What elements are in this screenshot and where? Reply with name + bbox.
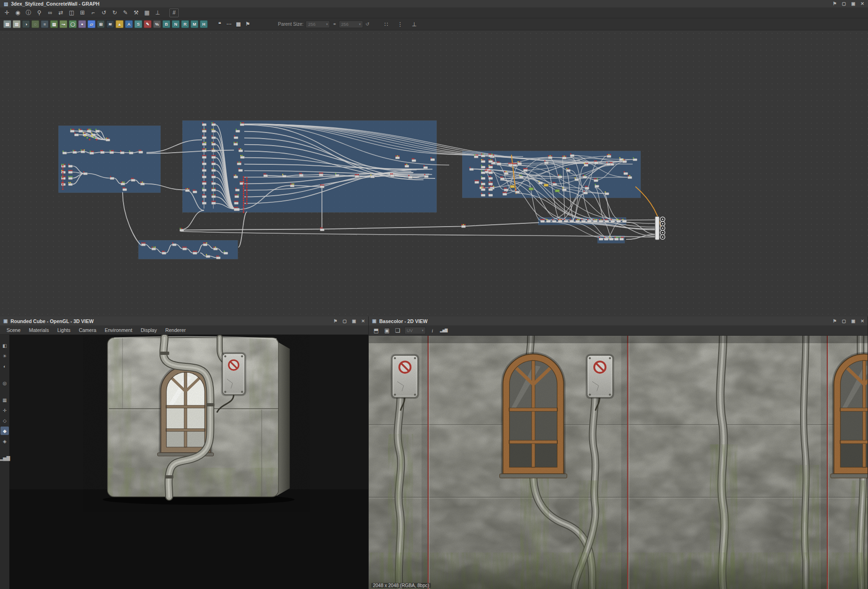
maximize-icon[interactable]: ▣ [352, 319, 356, 324]
render-3d-cube[interactable] [0, 335, 368, 589]
tools-icon[interactable]: ⚒ [131, 8, 141, 17]
blur-node-icon[interactable]: ◌ [31, 20, 39, 28]
perspective-cube-icon[interactable]: ◇ [0, 416, 9, 425]
menu-environment[interactable]: Environment [101, 326, 136, 334]
snap-anchor-icon[interactable]: ⊥ [409, 20, 419, 29]
shuffle-connections-icon[interactable]: ⇄ [56, 8, 66, 17]
percent-node-icon[interactable]: % [153, 20, 161, 28]
float-icon[interactable]: ▢ [343, 319, 347, 324]
menu-display[interactable]: Display [137, 326, 160, 334]
blend-node-icon[interactable]: ◑ [22, 20, 30, 28]
parent-height-value: 256 [341, 22, 349, 27]
pin-node-icon[interactable]: ⚑ [244, 20, 252, 28]
tonemap-view-icon[interactable]: ◐ [0, 362, 9, 370]
link-size-icon[interactable]: ⚭ [332, 22, 336, 27]
warp-node-icon[interactable]: ≋ [106, 20, 114, 28]
copy-image-icon[interactable]: ❏ [393, 326, 402, 335]
screenshot-tool-icon[interactable]: ◉ [13, 8, 22, 17]
shape-cube-icon[interactable]: ◆ [0, 427, 9, 435]
levels-node-icon[interactable]: ≡ [41, 20, 49, 28]
parent-height-select[interactable]: 256 ▾ [339, 21, 363, 28]
stats-icon[interactable]: ▂▅▇ [0, 454, 9, 462]
transform-node-icon[interactable]: ▱ [88, 20, 95, 28]
filter-list-icon[interactable]: ⋮ [395, 20, 405, 29]
info-tool-icon[interactable]: ⓘ [24, 8, 33, 17]
rotate-ccw-icon[interactable]: ↺ [99, 8, 109, 17]
panel-2d-toolbar-icons: ⬒▣❏ [372, 326, 402, 335]
output-height-node-icon[interactable]: H [200, 20, 208, 28]
panel-3d-title: Rounded Cube - OpenGL - 3D VIEW [10, 318, 94, 324]
output-metallic-node-icon[interactable]: M [190, 20, 198, 28]
focus-target-icon[interactable]: ◎ [0, 379, 9, 387]
dock-layout-icon[interactable]: ⊞ [78, 8, 87, 17]
parent-width-select[interactable]: 256 ▾ [306, 21, 330, 28]
warning-node-icon[interactable]: ▲ [116, 20, 124, 28]
basecolor-texture[interactable] [369, 336, 868, 589]
maximize-icon[interactable]: ▣ [851, 319, 855, 324]
pin-icon[interactable]: ⚑ [334, 319, 338, 324]
output-basecolor-node-icon[interactable]: B [162, 20, 170, 28]
viewport-3d[interactable]: ◧☀◐◎▦✛◇◆◈▂▅▇ [0, 335, 368, 589]
paint-node-icon[interactable]: ✎ [144, 20, 152, 28]
align-bottom-icon[interactable]: ⊥ [153, 8, 162, 17]
float-icon[interactable]: ▢ [842, 1, 846, 6]
export-image-icon[interactable]: ⬒ [372, 326, 381, 335]
text-node-icon[interactable]: A [125, 20, 133, 28]
menu-materials[interactable]: Materials [25, 326, 53, 334]
info-button[interactable]: i [428, 326, 437, 335]
image-frame-icon[interactable]: ▦ [142, 8, 152, 17]
uniform-color-node-icon[interactable]: ● [78, 20, 86, 28]
maximize-icon[interactable]: ▣ [851, 1, 855, 6]
node-graph[interactable] [0, 30, 868, 317]
wireframe-icon[interactable]: ◈ [0, 437, 9, 445]
panel-2d-view: ▣ Basecolor - 2D VIEW ⚑▢▣✕ ⬒▣❏ UV ▾ i ▂▅… [369, 317, 868, 589]
close-icon[interactable]: ✕ [861, 1, 864, 6]
main-toolbar: ✛◉ⓘ⚲∞⇄◫⊞⌐↺↻✎⚒▦⊥# [0, 7, 868, 18]
viewport-2d[interactable]: 2048 x 2048 (RGBA, 8bpc) [369, 336, 868, 589]
link-nodes-icon[interactable]: ∞ [45, 8, 55, 17]
corner-tool-icon[interactable]: ⌐ [88, 8, 98, 17]
float-icon[interactable]: ▢ [842, 319, 846, 324]
pen-tool-icon[interactable]: ✎ [121, 8, 130, 17]
menu-lights[interactable]: Lights [53, 326, 74, 334]
curve-node-icon[interactable]: ↝ [59, 20, 67, 28]
close-icon[interactable]: ✕ [361, 319, 365, 324]
svg-node-icon[interactable]: ▥ [13, 20, 21, 28]
reset-size-icon[interactable]: ↺ [365, 22, 369, 27]
comment-node-icon[interactable]: ❝ [216, 20, 224, 28]
histogram-button[interactable]: ▂▅▇ [439, 326, 448, 335]
pin-icon[interactable]: ⚑ [833, 1, 837, 6]
shape-node-icon[interactable]: S [134, 20, 142, 28]
close-icon[interactable]: ✕ [861, 319, 864, 324]
menu-camera[interactable]: Camera [75, 326, 100, 334]
mesh-grid-icon[interactable]: ▦ [0, 396, 9, 404]
output-normal-node-icon[interactable]: N [172, 20, 180, 28]
bottom-panels: ▣ Rounded Cube - OpenGL - 3D VIEW ⚑▢▣✕ S… [0, 317, 868, 589]
split-view-icon[interactable]: ◫ [67, 8, 76, 17]
presets-icon[interactable]: ∷ [381, 20, 391, 29]
rotate-cw-icon[interactable]: ↻ [110, 8, 119, 17]
search-icon[interactable]: ⚲ [35, 8, 44, 17]
menu-renderer[interactable]: Renderer [161, 326, 190, 334]
save-image-icon[interactable]: ▣ [382, 326, 392, 335]
select-move-tool-icon[interactable]: ✛ [2, 8, 12, 17]
tile-node-icon[interactable]: ⊞ [97, 20, 105, 28]
pin-icon[interactable]: ⚑ [833, 319, 837, 324]
main-toolbar-icons: ✛◉ⓘ⚲∞⇄◫⊞⌐↺↻✎⚒▦⊥# [2, 8, 179, 17]
transform-axes-icon[interactable]: ✛ [0, 406, 9, 414]
bitmap-node-icon[interactable]: ▤ [3, 20, 11, 28]
texture-icon: ▣ [372, 318, 376, 324]
light-view-icon[interactable]: ☀ [0, 352, 9, 360]
hsl-node-icon[interactable]: ◯ [69, 20, 77, 28]
uv-mode-select[interactable]: UV ▾ [404, 327, 426, 334]
camera-view-icon[interactable]: ◧ [0, 341, 9, 350]
gradient-node-icon[interactable]: ▨ [50, 20, 58, 28]
graph-canvas-area[interactable] [0, 30, 868, 317]
output-roughness-node-icon[interactable]: R [181, 20, 189, 28]
panel-2d-header: ▣ Basecolor - 2D VIEW ⚑▢▣✕ [369, 317, 868, 325]
dot-node-icon[interactable]: ⋯ [225, 20, 233, 28]
menu-scene[interactable]: Scene [3, 326, 24, 334]
frame-node-icon[interactable]: ▦ [234, 20, 242, 28]
snap-grid-icon[interactable]: # [169, 8, 179, 17]
graph-window: ▤ 3dex_Stylized_ConcreteWall - GRAPH ⚑▢▣… [0, 0, 868, 317]
